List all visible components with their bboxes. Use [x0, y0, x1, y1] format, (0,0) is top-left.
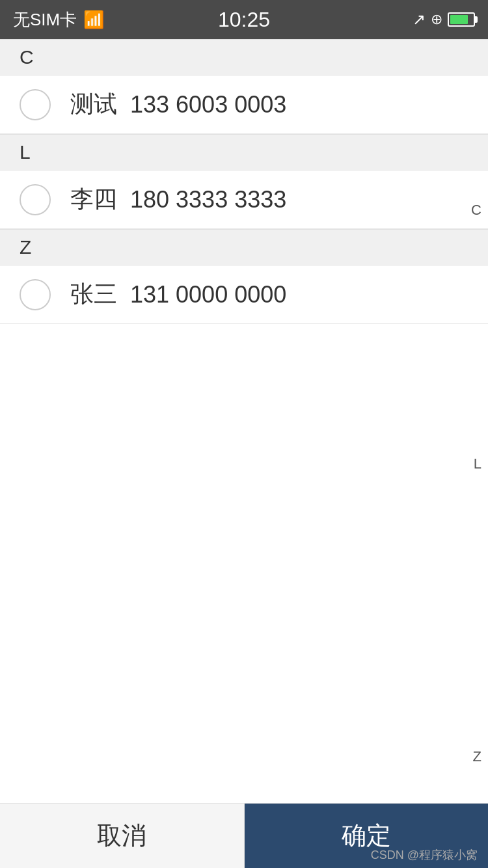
contact-phone: 180 3333 3333	[130, 186, 286, 213]
time-label: 10:25	[218, 8, 270, 32]
wifi-icon: 📶	[83, 10, 104, 30]
contact-row[interactable]: 测试 133 6003 0003	[0, 75, 488, 134]
battery-fill	[450, 15, 468, 24]
section-header-c: C	[0, 39, 488, 75]
location-icon: ↗	[413, 10, 426, 29]
cancel-button[interactable]: 取消	[0, 804, 245, 868]
contact-row[interactable]: 李四 180 3333 3333	[0, 170, 488, 229]
carrier-label: 无SIM卡	[13, 8, 77, 31]
section-header-z: Z	[0, 229, 488, 265]
contact-row[interactable]: 张三 131 0000 0000	[0, 265, 488, 324]
contact-info: 李四 180 3333 3333	[70, 183, 286, 215]
alpha-index-z[interactable]: Z	[473, 748, 481, 765]
contact-info: 张三 131 0000 0000	[70, 278, 286, 310]
alpha-index-l[interactable]: L	[474, 455, 481, 472]
battery-icon	[448, 12, 475, 27]
alpha-index-c[interactable]: C	[471, 202, 481, 219]
contact-phone: 133 6003 0003	[130, 91, 286, 118]
status-left: 无SIM卡 📶	[13, 8, 104, 31]
contact-phone: 131 0000 0000	[130, 281, 286, 308]
contact-list[interactable]: C 测试 133 6003 0003 L 李四 180 3333 3333 Z …	[0, 39, 488, 803]
contact-name: 张三	[70, 278, 117, 310]
status-right: ↗ ⊕	[413, 10, 475, 29]
radio-button-zhangsan[interactable]	[20, 279, 51, 310]
contact-name: 测试	[70, 88, 117, 120]
contact-name: 李四	[70, 183, 117, 215]
lock-icon: ⊕	[431, 11, 442, 28]
section-header-l: L	[0, 134, 488, 170]
watermark: CSDN @程序猿小窝	[371, 847, 478, 863]
status-bar: 无SIM卡 📶 10:25 ↗ ⊕	[0, 0, 488, 39]
radio-button-lisi[interactable]	[20, 184, 51, 215]
radio-button-ceshi[interactable]	[20, 89, 51, 120]
contact-info: 测试 133 6003 0003	[70, 88, 286, 120]
